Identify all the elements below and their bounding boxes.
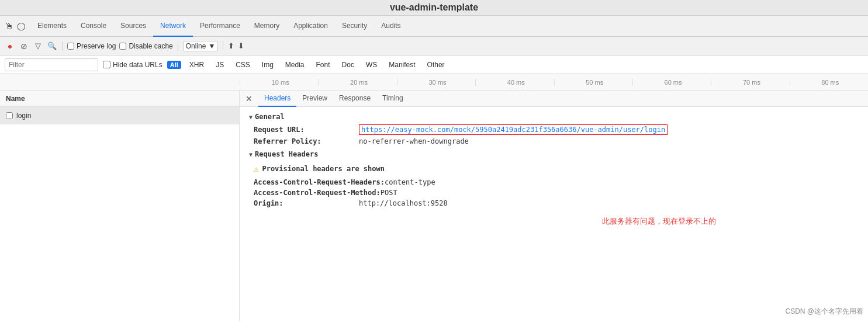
preserve-log-input[interactable] [67, 43, 74, 50]
filter-input[interactable] [5, 58, 98, 71]
filter-media[interactable]: Media [282, 60, 308, 70]
tab-memory[interactable]: Memory [247, 16, 286, 37]
access-control-method-label: Access-Control-Request-Method: [254, 189, 381, 197]
detail-content: General Request URL: https://easy-mock.c… [240, 107, 868, 321]
referrer-policy-label: Referrer Policy: [254, 137, 359, 145]
tab-audits[interactable]: Audits [374, 16, 407, 37]
provisional-headers-warning: ⚠ Provisional headers are shown [249, 162, 859, 176]
access-control-headers-row: Access-Control-Request-Headers: content-… [249, 178, 859, 186]
import-har-button[interactable]: ⬆ [228, 41, 234, 50]
filter-xhr[interactable]: XHR [186, 60, 208, 70]
page-title: vue-admin-template [390, 2, 478, 12]
filter-font[interactable]: Font [313, 60, 334, 70]
request-headers-title-text: Request Headers [255, 150, 318, 158]
referrer-policy-row: Referrer Policy: no-referrer-when-downgr… [249, 137, 859, 145]
filter-ws[interactable]: WS [362, 60, 381, 70]
chevron-down-icon: ▼ [208, 42, 215, 50]
close-detail-button[interactable]: ✕ [244, 93, 254, 105]
main-content: Name login ✕ Headers Preview Response Ti… [0, 91, 868, 321]
device-icon[interactable]: ◯ [17, 22, 26, 30]
chinese-note: 此服务器有问题，现在登录不上的 [602, 216, 716, 227]
ruler-mark-20: 20 ms [318, 79, 396, 86]
origin-row: Origin: http://localhost:9528 [249, 199, 859, 207]
detail-tab-bar: ✕ Headers Preview Response Timing [240, 91, 868, 107]
tab-security[interactable]: Security [335, 16, 374, 37]
ruler-mark-50: 50 ms [554, 79, 632, 86]
filter-img[interactable]: Img [258, 60, 277, 70]
general-title-text: General [255, 113, 285, 121]
search-button[interactable]: 🔍 [47, 41, 57, 51]
record-button[interactable]: ● [5, 41, 15, 51]
all-filter-badge[interactable]: All [167, 61, 181, 69]
name-column-label: Name [6, 95, 25, 103]
hide-data-urls-checkbox[interactable]: Hide data URLs [103, 61, 162, 69]
origin-label: Origin: [254, 199, 359, 207]
preserve-log-checkbox[interactable]: Preserve log [67, 42, 116, 50]
access-control-method-value: POST [381, 189, 397, 197]
filter-doc[interactable]: Doc [338, 60, 358, 70]
general-section-title: General [249, 113, 859, 121]
access-control-headers-label: Access-Control-Request-Headers: [254, 178, 385, 186]
hide-data-urls-input[interactable] [103, 61, 110, 68]
toolbar-separator-1 [62, 41, 63, 51]
tab-application[interactable]: Application [286, 16, 335, 37]
disable-cache-label: Disable cache [129, 42, 172, 50]
filter-manifest[interactable]: Manifest [385, 60, 419, 70]
access-control-headers-value: content-type [385, 178, 435, 186]
block-button[interactable]: ⊘ [19, 41, 29, 51]
tab-sources[interactable]: Sources [113, 16, 153, 37]
hide-data-urls-label: Hide data URLs [113, 61, 162, 69]
online-label: Online [186, 42, 206, 50]
ruler-mark-80: 80 ms [790, 79, 868, 86]
ruler-marks: 10 ms 20 ms 30 ms 40 ms 50 ms 60 ms 70 m… [240, 79, 868, 86]
filter-css[interactable]: CSS [232, 60, 254, 70]
ruler-mark-10: 10 ms [240, 79, 318, 86]
ruler-mark-40: 40 ms [475, 79, 554, 86]
filter-button[interactable]: ▽ [33, 41, 43, 51]
title-bar: vue-admin-template [0, 0, 868, 16]
tab-console[interactable]: Console [74, 16, 113, 37]
disable-cache-checkbox[interactable]: Disable cache [119, 42, 172, 50]
warning-icon: ⚠ [254, 164, 258, 173]
toolbar-separator-2 [178, 41, 178, 51]
devtools-icons: 🖱 ◯ [5, 21, 26, 31]
cursor-icon[interactable]: 🖱 [5, 21, 13, 31]
filter-other[interactable]: Other [424, 60, 448, 70]
preserve-log-label: Preserve log [77, 42, 116, 50]
throttle-select[interactable]: Online ▼ [183, 41, 219, 51]
tab-preview[interactable]: Preview [296, 91, 333, 107]
origin-value: http://localhost:9528 [359, 199, 448, 207]
ruler-mark-30: 30 ms [397, 79, 475, 86]
tab-elements[interactable]: Elements [30, 16, 74, 37]
request-url-label: Request URL: [254, 126, 359, 134]
toolbar: ● ⊘ ▽ 🔍 Preserve log Disable cache Onlin… [0, 37, 868, 55]
login-row-name: login [16, 112, 31, 120]
name-panel-header: Name [0, 91, 239, 107]
toolbar-separator-3 [223, 41, 223, 51]
referrer-policy-value: no-referrer-when-downgrade [359, 137, 469, 145]
disable-cache-input[interactable] [119, 43, 126, 50]
request-url-row: Request URL: https://easy-mock.com/mock/… [249, 124, 859, 135]
ruler-mark-60: 60 ms [632, 79, 711, 86]
request-headers-section-title: Request Headers [249, 150, 859, 158]
tab-timing[interactable]: Timing [376, 91, 409, 107]
warning-text: Provisional headers are shown [262, 165, 385, 173]
ruler-mark-70: 70 ms [711, 79, 789, 86]
detail-panel: ✕ Headers Preview Response Timing Genera… [240, 91, 868, 321]
timeline-ruler: 10 ms 20 ms 30 ms 40 ms 50 ms 60 ms 70 m… [0, 74, 868, 91]
csdn-watermark: CSDN @这个名字先用着 [785, 307, 863, 317]
request-url-value[interactable]: https://easy-mock.com/mock/5950a2419adc2… [359, 124, 668, 135]
tab-performance[interactable]: Performance [193, 16, 247, 37]
export-har-button[interactable]: ⬇ [238, 41, 244, 50]
filter-bar: Hide data URLs All XHR JS CSS Img Media … [0, 55, 868, 74]
tab-network[interactable]: Network [153, 16, 193, 37]
name-panel: Name login [0, 91, 240, 321]
tab-headers[interactable]: Headers [258, 91, 296, 107]
access-control-method-row: Access-Control-Request-Method: POST [249, 189, 859, 197]
filter-js[interactable]: JS [212, 60, 227, 70]
login-row-checkbox[interactable] [6, 112, 13, 119]
tab-response[interactable]: Response [333, 91, 376, 107]
request-row-login[interactable]: login [0, 107, 239, 124]
devtools-tab-bar: 🖱 ◯ Elements Console Sources Network Per… [0, 16, 868, 37]
